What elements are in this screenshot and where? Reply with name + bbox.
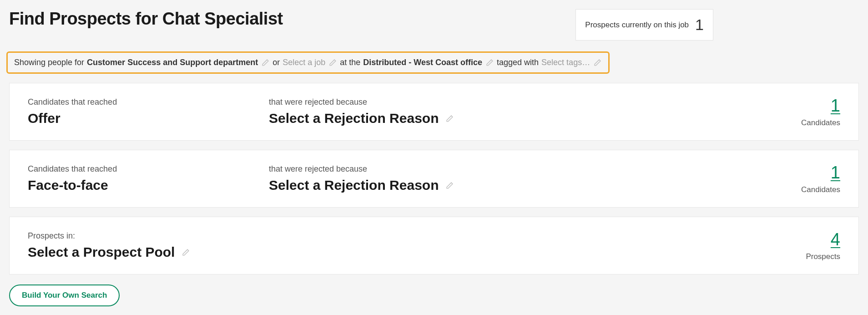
pencil-icon[interactable] xyxy=(181,248,190,257)
candidate-card: Candidates that reached Offer that were … xyxy=(9,83,859,141)
stage-value: Face-to-face xyxy=(28,178,108,193)
rejection-reason-value: Select a Rejection Reason xyxy=(269,178,439,193)
prospects-on-job-badge: Prospects currently on this job 1 xyxy=(575,9,713,41)
card-left-value[interactable]: Face-to-face xyxy=(28,178,108,193)
filter-tags-placeholder[interactable]: Select tags… xyxy=(541,58,590,67)
candidate-card: Candidates that reached Face-to-face tha… xyxy=(9,150,859,208)
card-left-label: Candidates that reached xyxy=(28,164,269,174)
card-mid-value[interactable]: Select a Rejection Reason xyxy=(269,111,454,126)
card-mid-value[interactable]: Select a Rejection Reason xyxy=(269,178,454,193)
filter-prefix: Showing people for xyxy=(14,58,84,67)
prospects-badge-count: 1 xyxy=(695,16,704,34)
prospect-pool-value: Select a Prospect Pool xyxy=(28,244,175,260)
prospect-card: Prospects in: Select a Prospect Pool 4 P… xyxy=(9,217,859,274)
candidate-count-link[interactable]: 1 xyxy=(831,163,840,183)
filter-tagged: tagged with xyxy=(497,58,539,67)
pencil-icon[interactable] xyxy=(261,58,270,67)
candidate-count-label: Candidates xyxy=(801,118,840,127)
candidate-count-link[interactable]: 1 xyxy=(831,96,840,116)
filter-bar: Showing people for Customer Success and … xyxy=(6,51,610,74)
pencil-icon[interactable] xyxy=(445,181,454,190)
filter-office[interactable]: Distributed - West Coast office xyxy=(363,58,482,67)
prospect-count-label: Prospects xyxy=(806,252,840,261)
stage-value: Offer xyxy=(28,111,61,126)
build-your-own-search-button[interactable]: Build Your Own Search xyxy=(9,285,120,306)
pencil-icon[interactable] xyxy=(485,58,494,67)
cards-container: Candidates that reached Offer that were … xyxy=(0,74,868,274)
filter-or: or xyxy=(273,58,280,67)
page-title: Find Prospects for Chat Specialist xyxy=(9,9,283,29)
prospect-count-link[interactable]: 4 xyxy=(831,230,840,249)
rejection-reason-value: Select a Rejection Reason xyxy=(269,111,439,126)
filter-at: at the xyxy=(340,58,360,67)
card-mid-label: that were rejected because xyxy=(269,164,801,174)
pencil-icon[interactable] xyxy=(445,114,454,123)
card-left-value[interactable]: Offer xyxy=(28,111,61,126)
card-left-label: Candidates that reached xyxy=(28,97,269,107)
prospects-badge-label: Prospects currently on this job xyxy=(585,20,689,30)
candidate-count-label: Candidates xyxy=(801,185,840,194)
card-left-label: Prospects in: xyxy=(28,231,806,241)
filter-department[interactable]: Customer Success and Support department xyxy=(87,58,258,67)
card-left-value[interactable]: Select a Prospect Pool xyxy=(28,244,190,260)
pencil-icon[interactable] xyxy=(593,58,602,67)
card-mid-label: that were rejected because xyxy=(269,97,801,107)
filter-job-placeholder[interactable]: Select a job xyxy=(283,58,325,67)
pencil-icon[interactable] xyxy=(328,58,337,67)
